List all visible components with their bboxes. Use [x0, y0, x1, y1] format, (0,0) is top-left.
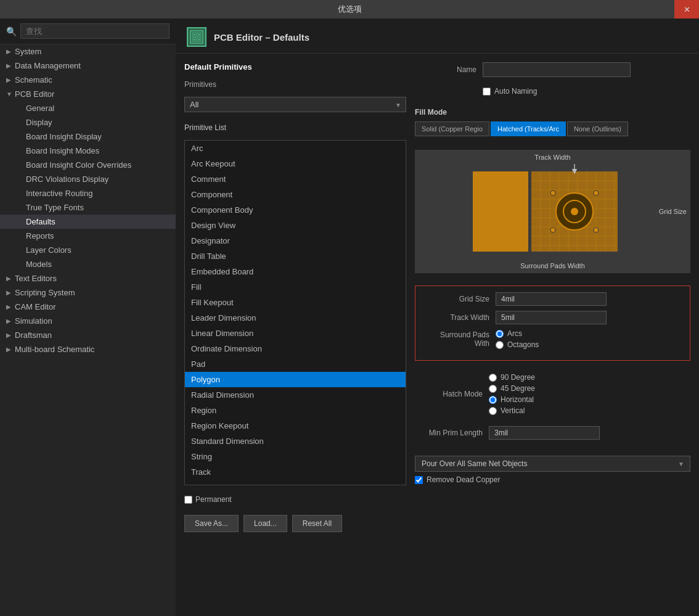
hatch-horizontal-label[interactable]: Horizontal [489, 395, 535, 404]
list-item[interactable]: Leader Dimension [185, 310, 406, 326]
remove-dead-copper-checkbox[interactable] [415, 476, 423, 484]
list-item[interactable]: Region [185, 403, 406, 418]
search-input[interactable] [20, 23, 170, 39]
list-item[interactable]: Radial Dimension [185, 387, 406, 403]
hatch-vertical-radio[interactable] [489, 407, 497, 415]
list-item[interactable]: Fill [185, 279, 406, 295]
close-icon: ✕ [684, 5, 690, 14]
list-item[interactable]: Track Keepout [185, 480, 406, 485]
content-body: Default Primitives Primitives All Primit… [176, 54, 699, 616]
octagons-radio[interactable] [496, 341, 504, 349]
sidebar-item-simulation[interactable]: ▶Simulation [0, 314, 176, 328]
sidebar-item-system[interactable]: ▶System [0, 44, 176, 59]
sidebar-item-board-insight-modes[interactable]: Board Insight Modes [0, 144, 176, 158]
list-item[interactable]: Designator [185, 233, 406, 248]
list-item[interactable]: Arc Keepout [185, 156, 406, 171]
hatch-45-radio[interactable] [489, 385, 497, 393]
sidebar-item-label: PCB Editor [15, 89, 54, 99]
fill-btn-hatched[interactable]: Hatched (Tracks/Arc [491, 121, 566, 136]
list-item[interactable]: Drill Table [185, 248, 406, 264]
list-item[interactable]: Standard Dimension [185, 433, 406, 449]
sidebar-item-label: Schematic [15, 75, 52, 84]
button-row: Save As... Load... Reset All [184, 515, 406, 532]
sidebar-item-label: Multi-board Schematic [15, 345, 94, 354]
pour-dropdown[interactable]: Pour Over All Same Net Objects [415, 456, 690, 472]
sidebar-item-defaults[interactable]: Defaults [0, 215, 176, 229]
name-input[interactable] [483, 62, 631, 77]
remove-copper-row: Remove Dead Copper [415, 475, 690, 484]
grid-size-input[interactable] [496, 292, 607, 306]
sidebar-item-label: Models [26, 260, 52, 269]
sidebar-item-general[interactable]: General [0, 101, 176, 115]
sidebar-item-multi-board-schematic[interactable]: ▶Multi-board Schematic [0, 342, 176, 356]
sidebar-item-drc-violations-display[interactable]: DRC Violations Display [0, 172, 176, 186]
sidebar-item-interactive-routing[interactable]: Interactive Routing [0, 186, 176, 200]
list-item[interactable]: Arc [185, 141, 406, 156]
list-item[interactable]: Comment [185, 171, 406, 187]
sidebar-item-label: Simulation [15, 316, 52, 326]
sidebar-item-board-insight-color-overrides[interactable]: Board Insight Color Overrides [0, 158, 176, 172]
right-panel: Name Auto Naming Fill Mode Solid (Copper… [415, 62, 690, 607]
track-width-input[interactable] [496, 311, 607, 324]
permanent-checkbox[interactable] [184, 496, 192, 504]
content-title: PCB Editor – Defaults [214, 32, 309, 43]
auto-naming-checkbox[interactable] [483, 88, 491, 96]
sidebar-item-layer-colors[interactable]: Layer Colors [0, 243, 176, 257]
sidebar-item-true-type-fonts[interactable]: True Type Fonts [0, 200, 176, 215]
list-item[interactable]: Region Keepout [185, 418, 406, 433]
load-button[interactable]: Load... [243, 515, 287, 532]
hatch-90-radio[interactable] [489, 374, 497, 382]
reset-all-button[interactable]: Reset All [292, 515, 342, 532]
sidebar-item-display[interactable]: Display [0, 115, 176, 129]
list-item[interactable]: Pad [185, 356, 406, 372]
list-item[interactable]: Component [185, 187, 406, 202]
list-item[interactable]: Linear Dimension [185, 326, 406, 341]
sidebar-item-text-editors[interactable]: ▶Text Editors [0, 271, 176, 285]
fill-btn-none[interactable]: None (Outlines) [567, 121, 628, 136]
sidebar-item-reports[interactable]: Reports [0, 229, 176, 243]
pour-section: Pour Over All Same Net Objects Remove De… [415, 456, 690, 484]
list-item[interactable]: Track [185, 464, 406, 480]
primitives-dropdown[interactable]: All [184, 97, 406, 112]
hatch-horizontal-radio[interactable] [489, 396, 497, 404]
sidebar-item-models[interactable]: Models [0, 257, 176, 271]
hatch-45-label[interactable]: 45 Degree [489, 384, 535, 393]
sidebar-item-schematic[interactable]: ▶Schematic [0, 73, 176, 87]
arcs-radio-label[interactable]: Arcs [496, 329, 539, 338]
sidebar-item-label: Draftsman [15, 331, 52, 340]
close-button[interactable]: ✕ [674, 0, 699, 18]
sidebar-item-scripting-system[interactable]: ▶Scripting System [0, 285, 176, 300]
expand-arrow: ▶ [6, 62, 15, 69]
viz-label-surround: Surround Pads Width [520, 262, 585, 269]
sidebar-item-label: Interactive Routing [26, 189, 92, 198]
sidebar-item-draftsman[interactable]: ▶Draftsman [0, 328, 176, 342]
octagons-radio-label[interactable]: Octagons [496, 340, 539, 349]
auto-naming-label: Auto Naming [494, 87, 537, 96]
sidebar-item-cam-editor[interactable]: ▶CAM Editor [0, 300, 176, 314]
sidebar-item-label: DRC Violations Display [26, 175, 108, 184]
svg-point-7 [194, 39, 195, 41]
track-width-label: Track Width [422, 313, 489, 322]
list-item[interactable]: Fill Keepout [185, 295, 406, 310]
list-item[interactable]: Component Body [185, 202, 406, 218]
sidebar-item-pcb-editor[interactable]: ▼PCB Editor [0, 87, 176, 101]
hatch-vertical-label[interactable]: Vertical [489, 406, 535, 415]
section-heading: Default Primitives [184, 62, 406, 72]
permanent-checkbox-label[interactable]: Permanent [184, 495, 232, 504]
pcb-icon [187, 27, 206, 47]
sidebar-item-data-management[interactable]: ▶Data Management [0, 59, 176, 73]
list-item[interactable]: Ordinate Dimension [185, 341, 406, 356]
hatch-90-label[interactable]: 90 Degree [489, 373, 535, 382]
fill-btn-solid[interactable]: Solid (Copper Regio [415, 121, 489, 136]
list-item[interactable]: String [185, 449, 406, 464]
list-item[interactable]: Design View [185, 218, 406, 233]
primitives-label: Primitives [184, 80, 406, 89]
save-as-button[interactable]: Save As... [184, 515, 239, 532]
primitives-panel: Default Primitives Primitives All Primit… [184, 62, 406, 607]
sidebar-item-board-insight-display[interactable]: Board Insight Display [0, 129, 176, 144]
list-item[interactable]: Polygon [185, 372, 406, 387]
list-item[interactable]: Embedded Board [185, 264, 406, 279]
sidebar-item-label: Layer Colors [26, 245, 72, 255]
min-prim-input[interactable] [489, 426, 600, 440]
arcs-radio[interactable] [496, 330, 504, 338]
